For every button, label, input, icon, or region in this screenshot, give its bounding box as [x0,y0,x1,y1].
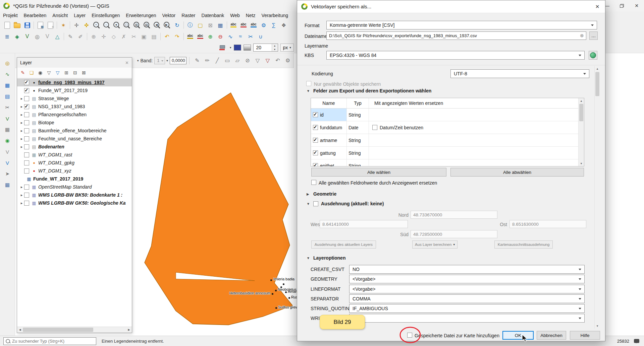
expand-arrow-icon[interactable]: ▸ [19,129,24,133]
move-feature-icon[interactable]: ✛ [99,32,108,41]
move-label-icon[interactable]: abc [249,21,258,29]
cut-features-icon[interactable]: ✂ [129,32,138,41]
menu-projekt[interactable]: Projekt [0,12,21,19]
layer-item[interactable]: ▦WT_DGM1_rast [17,151,132,159]
layer-label[interactable]: Pflanzengesellschaften [38,112,87,117]
layer-item[interactable]: ●Funde_WT_2017_2019 [17,86,132,94]
split-features-icon[interactable]: ✂ [246,32,255,41]
color-swatch-icon[interactable] [234,45,241,51]
panel-hscrollbar[interactable]: ◀ ▶ [17,327,132,333]
layer-label[interactable]: Feuchte_und_nasse_Bereiche [38,136,102,141]
zoom-full-icon[interactable]: ▢ [122,21,131,29]
layer-label[interactable]: funde_nsg_1983_minus_1937 [38,80,105,85]
crs-picker-button[interactable] [589,51,597,60]
layer-visibility-checkbox[interactable] [24,80,29,85]
zoom-native-icon[interactable]: ● [112,21,121,29]
open-attribute-table-icon[interactable]: ▦ [216,21,225,29]
undo-icon[interactable]: ↶ [163,32,171,41]
zoom-last-icon[interactable]: ◀ [153,21,161,29]
layer-visibility-checkbox[interactable] [24,152,29,157]
field-name-cell[interactable]: artname [311,134,347,146]
scroll-up-icon[interactable]: ▲ [595,66,600,71]
replace-raw-checkbox[interactable] [311,180,316,185]
layer-visibility-checkbox[interactable] [24,112,29,117]
expand-all-icon[interactable]: ⊞ [63,69,70,76]
layer-visibility-checkbox[interactable] [24,96,29,101]
extent-checkbox[interactable] [313,201,318,206]
filter-expression-icon[interactable]: ▽ [54,69,61,76]
field-name-cell[interactable]: epithet [311,159,347,166]
scroll-left-icon[interactable]: ◀ [17,327,23,333]
field-name-cell[interactable]: id [311,109,347,121]
encoding-select[interactable]: UTF-8 [450,69,589,78]
nodata-value-input[interactable]: 0,0000 [170,57,186,64]
expand-arrow-icon[interactable]: ▸ [19,145,24,149]
serval-erase-icon[interactable]: ⊘ [243,56,252,65]
layer-visibility-checkbox[interactable] [24,160,29,165]
offset-curve-icon[interactable]: ∿ [226,32,235,41]
layer-diagram-icon[interactable]: abc [239,21,248,29]
layer-visibility-checkbox[interactable] [24,201,29,206]
layer-item[interactable]: ▸▤Baumfreie_offene_Moorbereiche [17,127,132,135]
layer-item[interactable]: ▦Funde_WT_2017_2019 [17,175,132,183]
menu-erweiterungen[interactable]: Erweiterungen [123,12,159,19]
layout-manager-icon[interactable]: ≡ [46,21,55,29]
serval-brush-icon[interactable]: ✏ [203,56,212,65]
zoom-out-icon[interactable]: − [102,21,111,29]
data-source-manager-icon[interactable]: ≣ [3,32,11,41]
paste-features-icon[interactable]: ▤ [150,32,158,41]
pan-map-icon[interactable]: ✛ [72,21,81,29]
unit-select[interactable]: px ▾ [280,44,294,52]
add-feature-icon[interactable]: ⊕ [89,32,98,41]
menu-layer[interactable]: Layer [71,12,89,19]
scroll-down-icon[interactable]: ▼ [579,161,584,166]
scroll-right-icon[interactable]: ▶ [126,327,132,333]
layer-item[interactable]: ▸▤NSG_1937_und_1983 [17,102,132,111]
identify-features-icon[interactable]: ⓘ [186,21,195,29]
identify-location-icon[interactable]: ◎ [3,59,11,67]
layer-visibility-checkbox[interactable] [24,144,29,149]
layer-label[interactable]: WT_DGM1_rast [38,152,72,157]
layer-labeling-icon[interactable]: abc [229,21,238,29]
close-button[interactable]: ✕ [629,0,644,11]
chevron-down-icon[interactable]: ▾ [166,59,168,62]
arrow-tool-icon[interactable]: ➤ [3,170,11,178]
layer-label[interactable]: NSG_1937_und_1983 [38,104,85,109]
table-join-icon[interactable]: ▦ [3,126,11,134]
layer-label[interactable]: Baumfreie_offene_Moorbereiche [38,128,107,133]
new-shapefile-icon[interactable]: V [23,32,32,41]
chevron-down-icon[interactable]: ▾ [230,46,231,49]
geometry-section-header[interactable]: ▶ Geometrie [307,191,336,197]
layer-item[interactable]: ▸▦OpenStreetMap Standard [17,183,132,191]
deselect-features-icon[interactable]: ⊠ [206,21,215,29]
layer-options-section-header[interactable]: ▼ Layeroptionen [307,255,345,261]
expand-arrow-icon[interactable]: ▸ [19,113,24,117]
delete-selected-icon[interactable]: ✗ [119,32,128,41]
pan-to-selection-icon[interactable]: ✜ [82,21,91,29]
layer-label[interactable]: Bodenarten [38,144,64,149]
menu-netz[interactable]: Netz [243,12,259,19]
scrollbar-thumb[interactable] [595,72,599,96]
layer-item[interactable]: ●funde_nsg_1983_minus_1937 [17,78,132,86]
save-layer-edits-icon[interactable]: ✐ [76,32,85,41]
browse-button[interactable]: … [589,31,598,40]
menu-ansicht[interactable]: Ansicht [49,12,71,19]
expand-arrow-icon[interactable]: ▸ [19,121,24,125]
layer-label[interactable]: Biotope [38,120,54,125]
new-project-icon[interactable] [3,21,11,29]
paint-bucket-icon[interactable] [218,43,227,52]
stepper-arrows[interactable]: ▲▼ [272,44,278,51]
scroll-down-icon[interactable]: ▼ [595,323,600,329]
chevron-down-icon[interactable]: ▾ [137,59,139,62]
layer-visibility-checkbox[interactable] [24,128,29,133]
field-name-cell[interactable]: gattung [311,147,347,159]
layer-styling-icon[interactable]: ✎ [19,69,26,76]
panel-close-icon[interactable]: ✕ [125,60,129,65]
scroll-up-icon[interactable]: ▲ [579,98,584,103]
serval-pencil-icon[interactable]: ✎ [193,56,202,65]
db-manager-icon[interactable]: ▦ [3,81,11,89]
expand-arrow-icon[interactable]: ▸ [19,96,24,101]
separator-select[interactable]: COMMA [349,294,585,303]
add-ring-icon[interactable]: ⊕ [206,32,215,41]
redo-icon[interactable]: ↷ [173,32,181,41]
